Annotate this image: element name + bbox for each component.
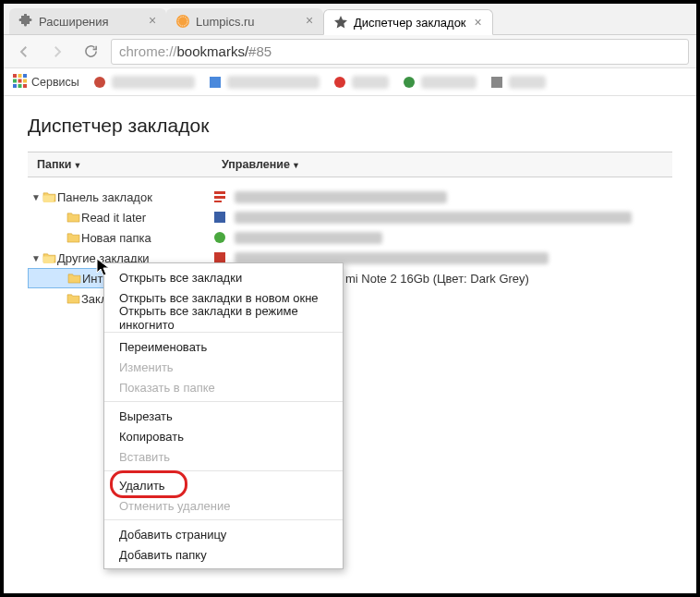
- svg-rect-5: [13, 79, 17, 82]
- svg-rect-3: [18, 74, 22, 78]
- tree-item-bookmarks-bar[interactable]: ▼ Панель закладок: [28, 187, 212, 207]
- svg-rect-10: [23, 84, 27, 88]
- svg-rect-6: [18, 79, 22, 82]
- chevron-down-icon: ▼: [73, 161, 81, 170]
- blurred-text: [235, 232, 382, 244]
- back-button[interactable]: [11, 39, 37, 65]
- menu-add-page[interactable]: Добавить страницу: [104, 524, 343, 544]
- menu-separator: [104, 401, 343, 402]
- expand-icon[interactable]: ▼: [31, 192, 41, 202]
- svg-rect-15: [491, 77, 502, 88]
- bookmark-item[interactable]: [402, 75, 477, 90]
- svg-rect-12: [210, 77, 221, 88]
- menu-rename[interactable]: Переименовать: [104, 336, 343, 357]
- folder-icon: [65, 232, 81, 243]
- menu-copy[interactable]: Копировать: [104, 426, 343, 446]
- blurred-text: [352, 76, 389, 89]
- bookmark-item[interactable]: [489, 75, 546, 90]
- svg-rect-2: [13, 74, 17, 78]
- tab-label: Расширения: [39, 15, 109, 29]
- menu-undo-delete: Отменить удаление: [104, 495, 343, 516]
- apps-icon: [13, 74, 27, 91]
- svg-point-13: [334, 77, 345, 88]
- folder-icon: [66, 273, 82, 284]
- tab-label: Диспетчер закладок: [354, 16, 466, 30]
- close-icon[interactable]: ×: [303, 14, 316, 27]
- blurred-text: [509, 76, 546, 89]
- page-title: Диспетчер закладок: [28, 115, 672, 137]
- favicon: [489, 75, 504, 90]
- tree-item-read-it-later[interactable]: Read it later: [28, 207, 212, 227]
- svg-rect-16: [214, 212, 225, 223]
- highlight-ring: [110, 470, 187, 498]
- manage-column-header[interactable]: Управление▼: [212, 158, 300, 171]
- list-item[interactable]: [212, 187, 672, 207]
- svg-point-11: [94, 77, 105, 88]
- context-menu: Открыть все закладки Открыть все закладк…: [103, 262, 344, 569]
- tab-lumpics[interactable]: Lumpics.ru ×: [166, 8, 323, 34]
- bookmarks-bar: Сервисы: [4, 68, 696, 96]
- favicon: [92, 75, 107, 90]
- tree-label: Новая папка: [81, 231, 151, 245]
- svg-rect-4: [23, 74, 27, 78]
- services-label: Сервисы: [31, 76, 79, 89]
- url-scheme: chrome://: [119, 43, 177, 59]
- menu-open-all[interactable]: Открыть все закладки: [104, 267, 343, 287]
- star-icon: [333, 15, 348, 30]
- svg-point-17: [214, 232, 225, 243]
- menu-separator: [104, 332, 343, 333]
- puzzle-icon: [18, 14, 33, 29]
- bookmark-item[interactable]: [208, 75, 320, 90]
- list-item[interactable]: [212, 207, 672, 227]
- tree-label: Панель закладок: [57, 190, 152, 204]
- blurred-text: [235, 191, 447, 203]
- folders-label: Папки: [37, 158, 71, 171]
- forward-button[interactable]: [44, 39, 70, 65]
- list-item[interactable]: [212, 227, 672, 248]
- menu-separator: [104, 519, 343, 520]
- favicon: [332, 75, 347, 90]
- tree-label: Read it later: [81, 211, 146, 225]
- close-icon[interactable]: ×: [146, 14, 159, 27]
- menu-show-in-folder: Показать в папке: [104, 377, 343, 397]
- svg-point-14: [404, 77, 415, 88]
- tab-strip: Расширения × Lumpics.ru × Диспетчер закл…: [4, 4, 696, 35]
- services-button[interactable]: Сервисы: [13, 74, 79, 91]
- close-icon[interactable]: ×: [472, 16, 485, 29]
- reload-button[interactable]: [78, 39, 103, 65]
- url-hash: #85: [248, 43, 272, 59]
- bookmark-item[interactable]: [92, 75, 195, 90]
- bookmark-item[interactable]: [332, 75, 389, 90]
- favicon: [212, 230, 227, 245]
- expand-icon[interactable]: ▼: [31, 253, 41, 263]
- folder-icon: [65, 293, 81, 304]
- tab-bookmark-manager[interactable]: Диспетчер закладок ×: [323, 9, 493, 35]
- folder-open-icon: [41, 191, 57, 202]
- menu-open-all-incognito[interactable]: Открыть все закладки в режиме инкогнито: [104, 308, 343, 328]
- tab-extensions[interactable]: Расширения ×: [9, 8, 166, 34]
- orange-icon: [175, 14, 190, 29]
- tree-item-new-folder[interactable]: Новая папка: [28, 227, 212, 248]
- folder-icon: [65, 212, 81, 223]
- address-bar[interactable]: chrome://bookmarks/#85: [111, 39, 689, 65]
- svg-rect-7: [23, 79, 27, 82]
- manage-label: Управление: [222, 158, 290, 171]
- blurred-text: [235, 212, 632, 224]
- blurred-text: [112, 76, 195, 89]
- url-path: bookmarks/: [177, 43, 249, 59]
- tab-label: Lumpics.ru: [196, 15, 255, 29]
- blurred-text: [227, 76, 320, 89]
- svg-rect-8: [13, 84, 17, 88]
- folder-open-icon: [41, 252, 57, 263]
- header-row: Папки▼ Управление▼: [28, 152, 672, 177]
- blurred-text: [421, 76, 477, 89]
- chevron-down-icon: ▼: [292, 161, 300, 170]
- folders-column-header[interactable]: Папки▼: [28, 158, 212, 171]
- menu-paste: Вставить: [104, 446, 343, 467]
- menu-edit: Изменить: [104, 357, 343, 377]
- svg-rect-9: [18, 84, 22, 88]
- menu-add-folder[interactable]: Добавить папку: [104, 544, 343, 565]
- favicon: [208, 75, 223, 90]
- menu-cut[interactable]: Вырезать: [104, 406, 343, 426]
- toolbar: chrome://bookmarks/#85: [4, 35, 696, 68]
